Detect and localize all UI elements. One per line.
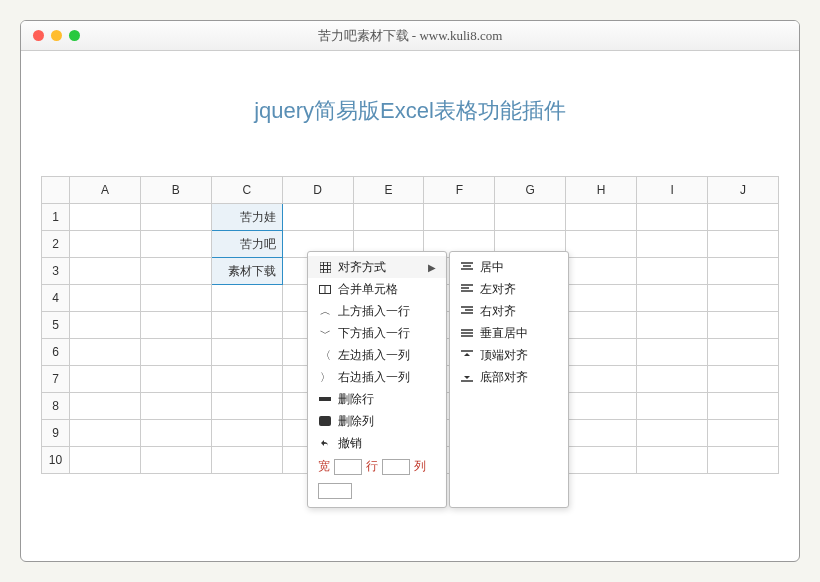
cell[interactable] bbox=[70, 447, 141, 474]
cell[interactable] bbox=[708, 231, 779, 258]
row-header[interactable]: 8 bbox=[42, 393, 70, 420]
cell[interactable] bbox=[708, 312, 779, 339]
row-header[interactable]: 4 bbox=[42, 285, 70, 312]
cell[interactable] bbox=[566, 258, 637, 285]
close-icon[interactable] bbox=[33, 30, 44, 41]
col-header[interactable]: C bbox=[211, 177, 282, 204]
cell[interactable] bbox=[140, 258, 211, 285]
cell[interactable] bbox=[637, 420, 708, 447]
cell[interactable] bbox=[708, 204, 779, 231]
cell[interactable] bbox=[211, 393, 282, 420]
menu-align[interactable]: 对齐方式 ▶ bbox=[308, 256, 446, 278]
col-header[interactable]: D bbox=[282, 177, 353, 204]
cell[interactable] bbox=[637, 204, 708, 231]
cell[interactable] bbox=[70, 258, 141, 285]
cell[interactable] bbox=[708, 420, 779, 447]
menu-delete-row[interactable]: 删除行 bbox=[308, 388, 446, 410]
cell[interactable] bbox=[140, 420, 211, 447]
cell[interactable] bbox=[140, 393, 211, 420]
cell[interactable] bbox=[211, 339, 282, 366]
corner-cell[interactable] bbox=[42, 177, 70, 204]
submenu-bottom[interactable]: 底部对齐 bbox=[450, 366, 568, 388]
cell[interactable] bbox=[70, 312, 141, 339]
row-input[interactable] bbox=[382, 459, 410, 475]
cell[interactable] bbox=[70, 420, 141, 447]
cell[interactable] bbox=[566, 285, 637, 312]
row-header[interactable]: 10 bbox=[42, 447, 70, 474]
col-header[interactable]: J bbox=[708, 177, 779, 204]
maximize-icon[interactable] bbox=[69, 30, 80, 41]
cell[interactable]: 苦力吧 bbox=[211, 231, 282, 258]
cell[interactable] bbox=[708, 285, 779, 312]
cell[interactable] bbox=[708, 258, 779, 285]
menu-delete-col[interactable]: 删除列 bbox=[308, 410, 446, 432]
cell[interactable] bbox=[637, 312, 708, 339]
submenu-top[interactable]: 顶端对齐 bbox=[450, 344, 568, 366]
cell[interactable] bbox=[70, 204, 141, 231]
col-header[interactable]: G bbox=[495, 177, 566, 204]
cell[interactable] bbox=[211, 312, 282, 339]
cell[interactable] bbox=[140, 312, 211, 339]
row-header[interactable]: 7 bbox=[42, 366, 70, 393]
cell[interactable] bbox=[637, 231, 708, 258]
cell[interactable] bbox=[495, 204, 566, 231]
cell[interactable] bbox=[566, 312, 637, 339]
cell[interactable] bbox=[424, 204, 495, 231]
cell[interactable] bbox=[70, 285, 141, 312]
cell[interactable] bbox=[708, 339, 779, 366]
col-header[interactable]: E bbox=[353, 177, 424, 204]
submenu-left[interactable]: 左对齐 bbox=[450, 278, 568, 300]
cell[interactable] bbox=[566, 447, 637, 474]
cell[interactable] bbox=[140, 285, 211, 312]
width-input[interactable] bbox=[334, 459, 362, 475]
submenu-right[interactable]: 右对齐 bbox=[450, 300, 568, 322]
cell[interactable] bbox=[140, 231, 211, 258]
cell[interactable] bbox=[637, 285, 708, 312]
cell[interactable] bbox=[566, 204, 637, 231]
cell[interactable] bbox=[708, 393, 779, 420]
cell[interactable] bbox=[566, 420, 637, 447]
cell[interactable] bbox=[282, 204, 353, 231]
menu-insert-col-right[interactable]: 〉 右边插入一列 bbox=[308, 366, 446, 388]
row-header[interactable]: 2 bbox=[42, 231, 70, 258]
cell[interactable] bbox=[566, 339, 637, 366]
cell[interactable] bbox=[708, 366, 779, 393]
col-header[interactable]: H bbox=[566, 177, 637, 204]
cell[interactable]: 素材下载 bbox=[211, 258, 282, 285]
menu-merge[interactable]: 合并单元格 bbox=[308, 278, 446, 300]
menu-undo[interactable]: 撤销 bbox=[308, 432, 446, 454]
col-header[interactable]: I bbox=[637, 177, 708, 204]
row-header[interactable]: 3 bbox=[42, 258, 70, 285]
cell[interactable] bbox=[566, 231, 637, 258]
cell[interactable] bbox=[140, 366, 211, 393]
cell[interactable] bbox=[211, 420, 282, 447]
menu-insert-row-above[interactable]: ︿ 上方插入一行 bbox=[308, 300, 446, 322]
cell[interactable] bbox=[140, 204, 211, 231]
cell[interactable] bbox=[353, 204, 424, 231]
cell[interactable] bbox=[637, 339, 708, 366]
cell[interactable] bbox=[140, 339, 211, 366]
minimize-icon[interactable] bbox=[51, 30, 62, 41]
cell[interactable] bbox=[211, 366, 282, 393]
cell[interactable] bbox=[637, 447, 708, 474]
cell[interactable] bbox=[637, 258, 708, 285]
cell[interactable] bbox=[637, 366, 708, 393]
extra-input[interactable] bbox=[318, 483, 352, 499]
menu-insert-col-left[interactable]: 〈 左边插入一列 bbox=[308, 344, 446, 366]
cell[interactable] bbox=[708, 447, 779, 474]
cell[interactable] bbox=[70, 393, 141, 420]
row-header[interactable]: 1 bbox=[42, 204, 70, 231]
cell[interactable] bbox=[211, 285, 282, 312]
cell[interactable] bbox=[140, 447, 211, 474]
col-header[interactable]: B bbox=[140, 177, 211, 204]
cell[interactable] bbox=[566, 366, 637, 393]
col-header[interactable]: F bbox=[424, 177, 495, 204]
cell[interactable] bbox=[70, 231, 141, 258]
cell[interactable] bbox=[70, 339, 141, 366]
cell[interactable] bbox=[70, 366, 141, 393]
cell[interactable] bbox=[637, 393, 708, 420]
row-header[interactable]: 5 bbox=[42, 312, 70, 339]
cell[interactable] bbox=[211, 447, 282, 474]
submenu-vcenter[interactable]: 垂直居中 bbox=[450, 322, 568, 344]
col-header[interactable]: A bbox=[70, 177, 141, 204]
